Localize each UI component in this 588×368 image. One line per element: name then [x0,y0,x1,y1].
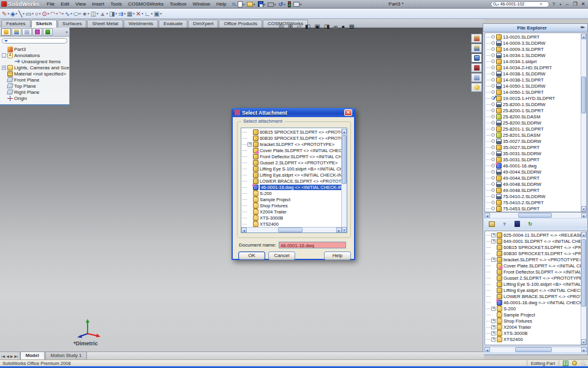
sketch-tool-button[interactable]: ◈ ▾ [10,10,17,17]
open-button[interactable]: ▾ [247,2,255,7]
dropdown-arrow-icon[interactable]: ▾ [48,12,50,15]
scroll-left-icon[interactable]: ◄ [484,347,490,352]
menu-item[interactable]: COSMOSWorks [125,1,167,7]
view-tool-icon[interactable]: ⊕ [288,23,293,30]
pin-icon[interactable] [581,26,585,30]
dropdown-arrow-icon[interactable]: ▾ [79,12,81,15]
design-library-tab[interactable] [471,44,482,53]
save-button[interactable]: ▾ [258,1,266,7]
file-item[interactable]: 35-0027.SLDDRW [485,138,581,144]
expand-toggle[interactable]: - [2,53,6,58]
file-item[interactable]: 14-0050-1.SLDDRW [485,83,581,89]
help-button[interactable]: Help [324,251,351,260]
attachment-item[interactable]: 46-0001-16.dwg <> <INITIAL CHECK-IN> [241,184,341,190]
feature-tree-item[interactable]: + Lights, Cameras and Scene [2,64,69,71]
file-item[interactable]: 14-0050-1.SLDPRT [485,89,581,95]
vault-item[interactable]: Front Deflector.SLDPRT <-> <INITIAL CHEC… [485,269,581,275]
last-sheet-icon[interactable]: ▶| [14,354,18,358]
dropdown-arrow-icon[interactable]: ▾ [62,12,64,15]
expand-toggle[interactable] [491,239,496,243]
sketch-tool-button[interactable]: ⊙ ▾ [42,10,49,17]
view-tool-icon[interactable]: ◨ [324,23,330,30]
file-item[interactable]: 49-0048.SLDDRW [485,181,581,187]
scroll-left-icon[interactable]: ◄ [241,228,247,232]
file-item[interactable]: 49-0044.SLDPRT [485,175,581,181]
view-tool-icon[interactable]: ● [341,23,345,30]
vault-item[interactable]: 649-0001.SLDPRT <-> <INITIAL CHECK-IN> [485,238,581,244]
command-tab[interactable]: Surfaces [58,20,87,28]
sketch-tool-button[interactable]: ▲ ▾ [100,10,108,17]
file-item[interactable]: 35-0031.SLDPRT [485,156,581,163]
scroll-down-icon[interactable]: ▼ [342,227,347,232]
attachment-item[interactable]: X2004 Trailer [241,209,341,215]
vault-item[interactable]: Cover Plate.SLDPRT <-> <INITIAL CHECK-IN… [485,263,581,269]
rebuild-button[interactable] [288,1,291,7]
menu-item[interactable]: Edit [58,1,72,7]
menu-item[interactable]: Toolbox [167,1,190,7]
attachment-item[interactable]: Gusset 2.SLDPRT <> <PROTOTYPE> [241,159,341,166]
menu-item[interactable]: View [72,1,89,7]
help-dropdown-icon[interactable]: ▾ [558,2,563,6]
expand-toggle[interactable] [491,337,496,342]
command-tab[interactable]: Weldments [124,20,158,28]
vault-item[interactable]: 46-0001-16.dwg <-> <INITIAL CHECK-IN> [485,299,581,305]
file-item[interactable]: 49-0044.SLDDRW [485,169,581,175]
command-tab[interactable]: Evaluate [159,20,187,28]
feature-tree-item[interactable]: Unassigned Items [9,58,69,64]
expand-toggle[interactable] [491,325,496,329]
attachment-item[interactable]: XTS2400 [241,221,341,227]
scroll-up-icon[interactable]: ▲ [581,232,586,237]
vault-item[interactable]: LOWER BRACE.SLDPRT <-> <PROTOTYPE> [485,293,581,299]
scroll-thumb[interactable] [278,228,303,232]
feature-tree-item[interactable]: Front Plane [2,77,69,83]
command-tab[interactable]: Features [1,20,31,28]
file-item[interactable]: 14-0009-3.SLDPRT [485,46,581,52]
horizontal-scrollbar[interactable]: ◄ ► [484,347,587,352]
dropdown-arrow-icon[interactable]: ▾ [141,12,143,15]
prev-sheet-icon[interactable]: ◀ [6,354,9,358]
close-button[interactable]: ✕ [579,1,587,7]
vault-item[interactable]: Lifting Eye.sldprt <-> <INITIAL CHECK-IN… [485,287,581,293]
dropdown-arrow-icon[interactable]: ▾ [23,12,24,15]
attachment-item[interactable]: Front Deflector.SLDPRT <> <INITIAL CHECK… [241,153,341,159]
scroll-right-icon[interactable]: ► [581,213,587,218]
attachment-item[interactable]: Cover Plate.SLDPRT <> <INITIAL CHECK-IN> [241,147,341,153]
file-item[interactable]: 13-0020.SLDPRT [485,34,581,40]
dropdown-arrow-icon[interactable]: ▾ [88,12,89,15]
scroll-up-icon[interactable]: ▲ [342,129,347,134]
sketch-tool-button[interactable]: ◨ ▾ [109,10,117,17]
cancel-button[interactable]: Cancel [268,251,295,260]
vault-item[interactable]: S-200 [485,305,581,312]
view-tool-icon[interactable]: ◧ [305,23,311,30]
file-item[interactable]: 14-0038-1.SLDDRW [485,71,581,77]
view-tool-icon[interactable]: ▦ [349,23,354,30]
feature-tree-item[interactable]: - Annotations [2,52,69,58]
expand-toggle[interactable] [491,258,496,262]
search-clear-icon[interactable]: ✕ [540,2,543,7]
document-name-field[interactable]: 46-0001-16.dwg [279,242,346,248]
attachment-item[interactable]: XTS-3000B [241,215,341,221]
horizontal-scrollbar[interactable]: ◄ ► [484,212,587,218]
sketch-tool-button[interactable]: ▣ ▾ [154,10,162,17]
tree-filter-box[interactable] [2,38,67,44]
file-item[interactable]: 75-0453.SLDPRT [485,205,581,212]
view-palette-tab[interactable] [471,63,482,72]
dropdown-arrow-icon[interactable]: ▾ [70,12,72,15]
vault-item[interactable]: 60B15 SPROCKET.SLDPRT <-> <PROTOTYPE> [485,244,581,250]
scroll-thumb[interactable] [518,213,552,218]
vertical-scrollbar[interactable]: ▲ ▼ [581,34,586,212]
dropdown-arrow-icon[interactable]: ▾ [16,12,18,15]
ok-button[interactable]: OK [238,251,265,260]
vault-view-button[interactable] [513,220,521,228]
command-tab[interactable]: Sketch [31,20,57,28]
view-tool-icon[interactable]: ▱ [296,23,301,30]
file-item[interactable]: 35-0031.SLDDRW [485,150,581,156]
menu-item[interactable]: Help [213,1,229,7]
feature-tree-item[interactable]: Origin [2,95,69,101]
vault-item[interactable]: bracket.SLDPRT <-> <PROTOTYPE> [485,256,581,263]
sketch-tool-button[interactable]: ▦ ▾ [127,10,135,17]
scroll-right-icon[interactable]: ► [336,228,342,232]
sketch-tool-button[interactable]: ✕ ▾ [136,10,143,17]
first-sheet-icon[interactable]: |◀ [1,354,5,358]
file-item[interactable]: 35-0027.SLDPRT [485,144,581,150]
